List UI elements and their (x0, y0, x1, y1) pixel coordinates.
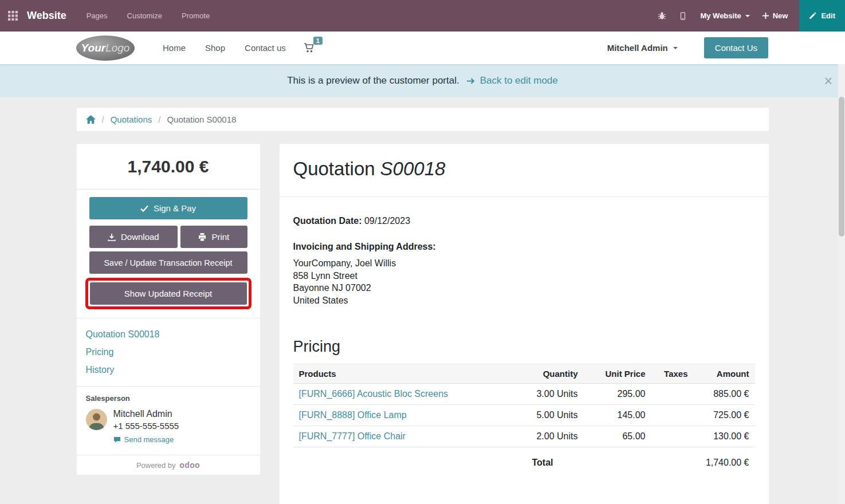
download-label: Download (121, 232, 159, 242)
address-block: YourCompany, Joel Willis 858 Lynn Street… (293, 257, 755, 306)
quantity-cell: 3.00 Units (509, 384, 584, 405)
col-quantity: Quantity (509, 364, 584, 384)
powered-by-footer: Powered by odoo (77, 455, 260, 475)
menu-promote[interactable]: Promote (172, 0, 219, 32)
annotation-highlight-box: Show Updated Receipt (85, 278, 251, 309)
breadcrumb-separator: / (152, 115, 167, 124)
taxes-cell (651, 426, 694, 447)
my-website-dropdown[interactable]: My Website (700, 11, 749, 20)
col-products: Products (293, 364, 509, 384)
print-button[interactable]: Print (180, 226, 247, 248)
nav-home[interactable]: Home (153, 32, 195, 64)
printer-icon (198, 233, 206, 241)
quotation-sidebar: 1,740.00 € Sign & Pay Download Print (77, 144, 260, 475)
salesperson-label: Salesperson (86, 394, 251, 403)
logo-text-secondary: Logo (105, 42, 129, 54)
quantity-cell: 2.00 Units (509, 426, 584, 447)
plus-icon (763, 13, 769, 19)
unit-price-cell: 295.00 (584, 384, 651, 405)
product-link[interactable]: [FURN_7777] Office Chair (299, 431, 406, 441)
sidebar-link-pricing[interactable]: Pricing (86, 343, 251, 361)
nav-contact-us[interactable]: Contact us (235, 32, 296, 64)
menu-pages[interactable]: Pages (77, 0, 117, 32)
quotation-title-block: QuotationS00018 (280, 144, 769, 197)
taxes-cell (651, 384, 694, 405)
quantity-cell: 5.00 Units (509, 405, 584, 426)
home-icon[interactable] (86, 115, 96, 124)
debug-bug-icon[interactable] (658, 11, 666, 20)
table-row: [FURN_6666] Acoustic Bloc Screens 3.00 U… (293, 384, 755, 405)
site-nav: Home Shop Contact us (153, 32, 296, 64)
site-header: YourLogo Home Shop Contact us 1 Mitchell… (0, 32, 845, 64)
chevron-down-icon (673, 47, 678, 49)
quotation-date-label: Quotation Date: (293, 216, 362, 226)
send-message-label: Send message (124, 435, 174, 444)
scrollbar-thumb[interactable] (839, 97, 844, 237)
new-button[interactable]: New (763, 11, 788, 20)
amount-cell: 885.00 € (694, 384, 755, 405)
menu-customize[interactable]: Customize (117, 0, 172, 32)
address-line: 858 Lynn Street (293, 270, 755, 282)
quotation-amount: 1,740.00 € (77, 144, 260, 190)
sidebar-link-quotation[interactable]: Quotation S00018 (86, 325, 251, 343)
powered-by-label: Powered by (136, 461, 176, 470)
address-line: Bayonne NJ 07002 (293, 282, 755, 294)
download-button[interactable]: Download (89, 226, 178, 248)
app-title[interactable]: Website (27, 10, 66, 22)
header-right: Mitchell Admin Contact Us (607, 37, 768, 58)
cart-count-badge: 1 (313, 37, 323, 45)
close-icon[interactable]: × (824, 74, 832, 88)
col-amount: Amount (694, 364, 755, 384)
breadcrumb-separator: / (96, 115, 111, 124)
cart-button[interactable]: 1 (304, 42, 315, 53)
topbar-right: My Website New Edit (651, 0, 845, 32)
title-text: Quotation (293, 158, 375, 179)
banner-message: This is a preview of the customer portal… (287, 75, 459, 86)
total-label: Total (509, 447, 584, 474)
arrow-right-icon (466, 77, 475, 85)
check-icon (140, 205, 148, 212)
user-dropdown[interactable]: Mitchell Admin (607, 43, 678, 53)
product-link[interactable]: [FURN_8888] Office Lamp (299, 410, 407, 420)
send-message-link[interactable]: Send message (113, 435, 174, 444)
edit-button[interactable]: Edit (799, 0, 845, 32)
save-update-transaction-receipt-button[interactable]: Save / Update Transaction Receipt (89, 251, 247, 274)
total-row: Total 1,740.00 € (293, 447, 755, 474)
amount-cell: 130.00 € (694, 426, 755, 447)
breadcrumb-current: Quotation S00018 (167, 115, 236, 124)
user-name: Mitchell Admin (607, 43, 668, 53)
contact-us-button[interactable]: Contact Us (704, 37, 768, 58)
table-header-row: Products Quantity Unit Price Taxes Amoun… (293, 364, 755, 384)
address-label: Invoicing and Shipping Address: (293, 242, 755, 252)
taxes-cell (651, 405, 694, 426)
breadcrumb-quotations-link[interactable]: Quotations (111, 115, 152, 124)
back-to-edit-link[interactable]: Back to edit mode (480, 75, 558, 86)
site-logo[interactable]: YourLogo (76, 36, 135, 61)
sign-and-pay-button[interactable]: Sign & Pay (89, 197, 247, 219)
unit-price-cell: 65.00 (584, 426, 651, 447)
table-row: [FURN_7777] Office Chair 2.00 Units 65.0… (293, 426, 755, 447)
salesperson-phone: +1 555-555-5555 (113, 421, 179, 431)
my-website-label: My Website (700, 11, 741, 20)
quotation-body: Quotation Date: 09/12/2023 Invoicing and… (280, 197, 769, 487)
edit-label: Edit (821, 11, 835, 20)
salesperson-avatar (86, 409, 107, 430)
nav-shop[interactable]: Shop (195, 32, 235, 64)
amount-cell: 725.00 € (694, 405, 755, 426)
product-link[interactable]: [FURN_6666] Acoustic Bloc Screens (299, 389, 449, 399)
pencil-icon (809, 12, 816, 19)
breadcrumb: / Quotations / Quotation S00018 (77, 108, 769, 131)
sidebar-link-history[interactable]: History (86, 361, 251, 379)
topbar-menu: Pages Customize Promote (77, 0, 219, 32)
chevron-down-icon (745, 15, 750, 17)
print-label: Print (211, 232, 229, 242)
show-updated-receipt-button[interactable]: Show Updated Receipt (90, 282, 247, 305)
quotation-card: QuotationS00018 Quotation Date: 09/12/20… (280, 144, 769, 504)
apps-grid-icon[interactable] (8, 11, 18, 21)
sidebar-actions: Sign & Pay Download Print Save / Update … (77, 190, 260, 318)
mobile-preview-icon[interactable] (679, 11, 687, 21)
total-value: 1,740.00 € (694, 447, 755, 474)
salesperson-section: Salesperson Mitchell Admin +1 555-555-55… (77, 386, 260, 455)
quotation-date: Quotation Date: 09/12/2023 (293, 216, 755, 226)
scrollbar[interactable] (838, 64, 845, 504)
